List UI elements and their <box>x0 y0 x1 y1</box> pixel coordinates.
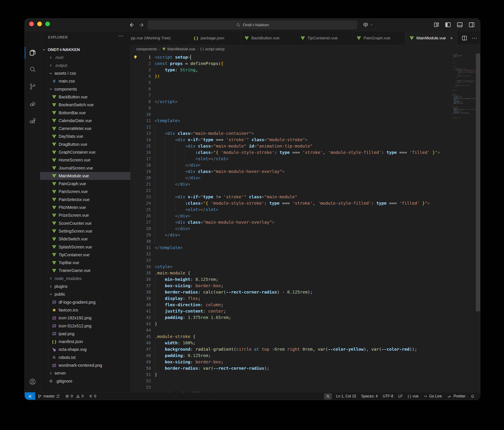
explorer-more-actions-icon[interactable]: ⋯ <box>118 33 124 39</box>
status-ports[interactable]: 0 <box>86 392 99 400</box>
status-problems[interactable]: 00 <box>63 392 86 400</box>
tree-item-splashscreen-vue[interactable]: SplashScreen.vue <box>40 243 130 251</box>
run-debug-activity-icon[interactable] <box>25 96 40 112</box>
tab-mainmodule-vue[interactable]: MainModule.vue× <box>405 32 457 45</box>
tree-item-mainmodule-vue[interactable]: MainModule.vue <box>40 172 130 180</box>
breadcrumb-item-components[interactable]: components <box>136 47 157 51</box>
tree-item-main-css[interactable]: #main.css <box>40 77 130 85</box>
tree-item-booleanswitch-vue[interactable]: BooleanSwitch.vue <box>40 101 130 109</box>
tree-item-paingraph-vue[interactable]: PainGraph.vue <box>40 180 130 188</box>
tree-item-robots-txt[interactable]: robots.txt <box>40 354 130 361</box>
tree-item-tipcontainer-vue[interactable]: TipContainer.vue <box>40 251 130 259</box>
status-branch[interactable]: master <box>35 392 63 400</box>
tree-item-icon-512x512-png[interactable]: icon-512x512.png <box>40 322 130 330</box>
tab-backbutton-vue[interactable]: BackButton.vue <box>240 32 297 45</box>
tree-item-slideswitch-vue[interactable]: SlideSwitch.vue <box>40 235 130 243</box>
tree-item-topbar-vue[interactable]: TopBar.vue <box>40 259 130 267</box>
lightbulb-icon[interactable] <box>133 54 138 60</box>
status-eol[interactable]: LF <box>396 392 405 400</box>
vue-file-icon <box>51 126 57 131</box>
tree-item-homescreen-vue[interactable]: HomeScreen.vue <box>40 156 130 164</box>
tree-item-assets-css[interactable]: assets / css <box>40 69 130 77</box>
tree-item-trainergame-vue[interactable]: TrainerGame.vue <box>40 267 130 274</box>
tree-item--gitignore[interactable]: .gitignore <box>40 377 130 385</box>
split-editor-icon[interactable] <box>461 35 468 41</box>
tree-item-label: PainSelector.vue <box>59 197 90 202</box>
tree-item-public[interactable]: public <box>40 290 130 298</box>
tree-item-calendardate-vue[interactable]: CalendarDate.vue <box>40 117 130 125</box>
tree-item--nuxt[interactable]: .nuxt <box>40 54 130 61</box>
tree-item-octa-shape-svg[interactable]: octa-shape.svg <box>40 346 130 353</box>
minimize-window-button[interactable] <box>37 22 42 26</box>
tree-item-label: CalendarDate.vue <box>59 118 92 123</box>
tab-package-json[interactable]: { }package.json <box>189 32 240 45</box>
tab-tipcontainer-vue[interactable]: TipContainer.vue <box>297 32 352 45</box>
code-line-3: 3 type: String, <box>131 67 480 73</box>
remote-indicator[interactable] <box>25 392 35 400</box>
code-line-26: 26 </div> <box>131 213 480 219</box>
toggle-primary-sidebar-icon[interactable] <box>445 21 451 28</box>
more-actions-icon[interactable]: ⋯ <box>472 35 477 42</box>
status-prettier[interactable]: Prettier <box>445 392 468 400</box>
status-encoding[interactable]: UTF-8 <box>380 392 396 400</box>
tree-item-server[interactable]: server <box>40 369 130 377</box>
title-bar[interactable]: Ondt-I-Nakken <box>25 19 480 32</box>
tree-item-wordmark-centered-png[interactable]: wordmark-centered.png <box>40 361 130 369</box>
zoom-window-button[interactable] <box>45 22 50 26</box>
tree-item-node-modules[interactable]: node_modules <box>40 275 130 283</box>
toggle-panel-icon[interactable] <box>456 21 463 28</box>
source-control-activity-icon[interactable] <box>25 79 40 94</box>
tree-item-bottombar-vue[interactable]: BottomBar.vue <box>40 109 130 116</box>
breadcrumb-item-script-setup[interactable]: { }script setup <box>200 47 225 51</box>
tree-item-camerameter-vue[interactable]: CameraMeter.vue <box>40 125 130 133</box>
tree-item-scorecounter-vue[interactable]: ScoreCounter.vue <box>40 219 130 227</box>
tree-item-settingscreen-vue[interactable]: SettingScreen.vue <box>40 227 130 235</box>
breadcrumb-item-mainmodule-vue[interactable]: MainModule.vue <box>162 47 195 51</box>
tree-item-pitchmeter-vue[interactable]: PitchMeter.vue <box>40 204 130 211</box>
tree-item-df-logo-gradient-png[interactable]: df-logo-gradient.png <box>40 298 130 306</box>
status-notifications[interactable] <box>468 392 477 400</box>
back-arrow-icon[interactable] <box>128 21 135 28</box>
tree-item-components[interactable]: components <box>40 85 130 93</box>
explorer-activity-icon[interactable] <box>25 45 40 61</box>
status-go-live[interactable]: Go Live <box>421 392 444 400</box>
tree-item-ipad-png[interactable]: ipad.png <box>40 330 130 338</box>
tree-item-icon-192x192-png[interactable]: icon-192x192.png <box>40 314 130 322</box>
close-tab-icon[interactable]: × <box>450 36 453 41</box>
tree-item-journalscreen-vue[interactable]: JournalScreen.vue <box>40 164 130 172</box>
search-activity-icon[interactable] <box>25 62 40 77</box>
status-cursor-position[interactable]: Ln 1, Col 15 <box>334 392 359 400</box>
command-center-search[interactable]: Ondt-I-Nakken <box>148 20 357 29</box>
tree-item-manifest-json[interactable]: { }manifest.json <box>40 338 130 346</box>
extensions-activity-icon[interactable] <box>25 113 40 129</box>
status-language-mode[interactable]: { }vue <box>405 392 421 400</box>
tab-pp-vue-working-tree-[interactable]: pp.vue (Working Tree) <box>131 32 189 45</box>
status-zoom-indicator[interactable] <box>324 393 332 400</box>
tree-item-painscreen-vue[interactable]: PainScreen.vue <box>40 188 130 196</box>
indent-guide <box>155 232 155 238</box>
copilot-menu[interactable] <box>362 22 373 28</box>
close-window-button[interactable] <box>29 22 34 26</box>
account-activity-icon[interactable] <box>25 374 40 390</box>
tree-item-backbutton-vue[interactable]: BackButton.vue <box>40 93 130 101</box>
vue-file-icon <box>51 244 57 250</box>
tab-paingraph-vue[interactable]: PainGraph.vue <box>352 32 405 45</box>
customize-layout-icon[interactable] <box>433 22 440 28</box>
tree-item-graphcontainer-vue[interactable]: GraphContainer.vue <box>40 148 130 156</box>
forward-arrow-icon[interactable] <box>138 21 145 28</box>
tree-item-prizescreen-vue[interactable]: PrizeScreen.vue <box>40 211 130 219</box>
vertical-scrollbar[interactable] <box>476 54 480 311</box>
tree-root-folder[interactable]: ONDT-I-NAKKEN <box>40 46 130 54</box>
tree-item-plugins[interactable]: plugins <box>40 283 130 290</box>
toggle-secondary-sidebar-icon[interactable] <box>468 21 475 28</box>
code-editor[interactable]: 1<script setup>2const props = defineProp… <box>131 54 480 392</box>
breadcrumb-separator: › <box>159 47 160 51</box>
tree-item-dragbutton-vue[interactable]: DragButton.vue <box>40 141 130 148</box>
status-indentation[interactable]: Spaces: 4 <box>359 392 380 400</box>
tree-item-daystats-vue[interactable]: DayStats.vue <box>40 133 130 140</box>
tree-item-favicon-ico[interactable]: favicon.ico <box>40 306 130 314</box>
tree-item--output[interactable]: .output <box>40 62 130 69</box>
tree-item-label: ONDT-I-NAKKEN <box>48 47 80 52</box>
tree-item-painselector-vue[interactable]: PainSelector.vue <box>40 196 130 204</box>
minimap[interactable]: <script setup>const props = defineProps(… <box>452 54 476 118</box>
